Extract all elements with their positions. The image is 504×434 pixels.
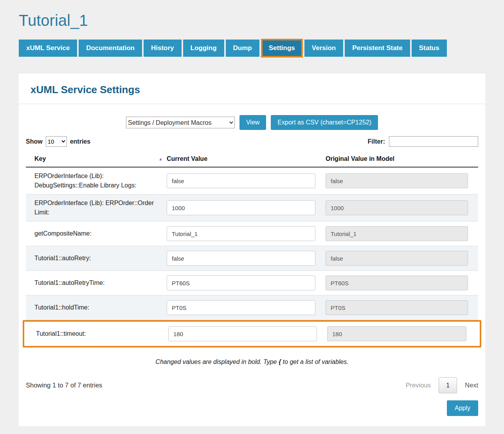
original-value-input [326,173,468,188]
current-value-cell [167,271,326,295]
original-value-cell [327,322,477,346]
current-value-cell [167,295,326,320]
current-value-cell [167,222,326,246]
table-row: ERPOrderInterface (Lib): DebugSettings::… [26,167,478,194]
original-value-cell [326,295,478,320]
key-column-label: Key [34,155,46,162]
column-header-key[interactable]: Key ▲ [26,155,167,162]
view-controls: Settings / Deployment Macros View Export… [26,115,478,130]
tab-logging[interactable]: Logging [183,40,224,57]
show-entries-control: Show 10 entries [26,136,90,147]
setting-key: Tutorial1::autoRetry: [26,250,167,267]
settings-view-select[interactable]: Settings / Deployment Macros [126,117,235,128]
table-row: Tutorial1::holdTime: [26,295,478,320]
panel-heading: xUML Service Settings [31,84,473,96]
original-value-input [327,326,466,341]
original-value-input [326,300,468,315]
export-csv-button[interactable]: Export as CSV (charset=CP1252) [271,115,378,130]
table-row: getCompositeName: [26,222,478,246]
apply-row: Apply [26,400,478,416]
panel-header: xUML Service Settings [19,74,485,104]
show-entries-suffix: entries [70,138,90,145]
entries-per-page-select[interactable]: 10 [46,136,67,147]
current-value-input[interactable] [167,251,315,266]
current-value-cell [167,196,326,220]
original-value-input [326,276,468,290]
changed-values-note: Changed values are displayed in bold. Ty… [26,358,478,366]
table-header: Key ▲ Current Value Original Value in Mo… [26,150,478,167]
current-value-input[interactable] [167,300,315,315]
current-value-input[interactable] [167,200,315,215]
page-title: Tutorial_1 [19,12,485,29]
original-value-input [326,200,468,215]
apply-button[interactable]: Apply [447,400,478,416]
original-value-input [326,251,468,266]
tab-persistent-state[interactable]: Persistent State [345,40,410,57]
column-header-current-value[interactable]: Current Value [167,155,326,162]
page: Tutorial_1 xUML ServiceDocumentationHist… [0,0,504,434]
setting-key: Tutorial1::holdTime: [26,299,167,316]
note-text-2: to get a list of variables. [281,358,349,365]
table-footer: Showing 1 to 7 of 7 entries Previous 1 N… [26,377,478,393]
original-value-cell [326,246,478,270]
next-page-button[interactable]: Next [465,382,478,389]
original-value-cell [326,169,478,193]
current-value-cell [167,169,326,193]
panel-body: Settings / Deployment Macros View Export… [19,104,485,426]
current-value-input[interactable] [168,326,317,341]
original-value-cell [326,271,478,295]
setting-key: Tutorial1::autoRetryTime: [26,274,167,292]
tab-documentation[interactable]: Documentation [79,40,142,57]
table-body: ERPOrderInterface (Lib): DebugSettings::… [26,167,478,348]
show-entries-prefix: Show [26,138,43,145]
settings-table: Key ▲ Current Value Original Value in Mo… [26,150,478,348]
current-value-cell [167,246,326,270]
original-value-cell [326,196,478,220]
filter-input[interactable] [389,136,478,147]
table-row: Tutorial1::autoRetryTime: [26,271,478,295]
column-header-original-value[interactable]: Original Value in Model [326,155,478,162]
filter-control: Filter: [368,136,478,147]
current-value-input[interactable] [167,173,315,188]
tab-status[interactable]: Status [412,40,447,57]
setting-key: Tutorial1::timeout: [27,325,168,342]
tab-settings[interactable]: Settings [261,39,303,58]
current-value-input[interactable] [167,226,315,241]
tab-version[interactable]: Version [304,40,343,57]
setting-key: ERPOrderInterface (Lib): DebugSettings::… [26,167,167,194]
sort-ascending-icon: ▲ [158,157,163,161]
original-value-input [326,226,468,241]
entries-summary: Showing 1 to 7 of 7 entries [26,382,102,389]
current-value-cell [168,322,327,346]
table-row: ERPOrderInterface (Lib): ERPOrder::Order… [26,194,478,222]
setting-key: getCompositeName: [26,225,167,242]
filter-label: Filter: [368,138,385,145]
current-value-input[interactable] [167,276,315,290]
view-button[interactable]: View [239,115,266,130]
table-row: Tutorial1::autoRetry: [26,246,478,271]
table-row: Tutorial1::timeout: [23,320,481,348]
pagination: Previous 1 Next [406,377,478,393]
previous-page-button[interactable]: Previous [406,382,431,389]
tab-dump[interactable]: Dump [226,40,259,57]
tab-xuml-service[interactable]: xUML Service [19,40,77,57]
list-controls: Show 10 entries Filter: [26,136,478,147]
settings-panel: xUML Service Settings Settings / Deploym… [19,74,485,426]
page-number-button[interactable]: 1 [439,377,457,393]
original-value-cell [326,222,478,246]
tab-bar: xUML ServiceDocumentationHistoryLoggingD… [19,40,485,57]
setting-key: ERPOrderInterface (Lib): ERPOrder::Order… [26,194,167,221]
tab-history[interactable]: History [144,40,182,57]
note-text: Changed values are displayed in bold. Ty… [155,358,279,365]
